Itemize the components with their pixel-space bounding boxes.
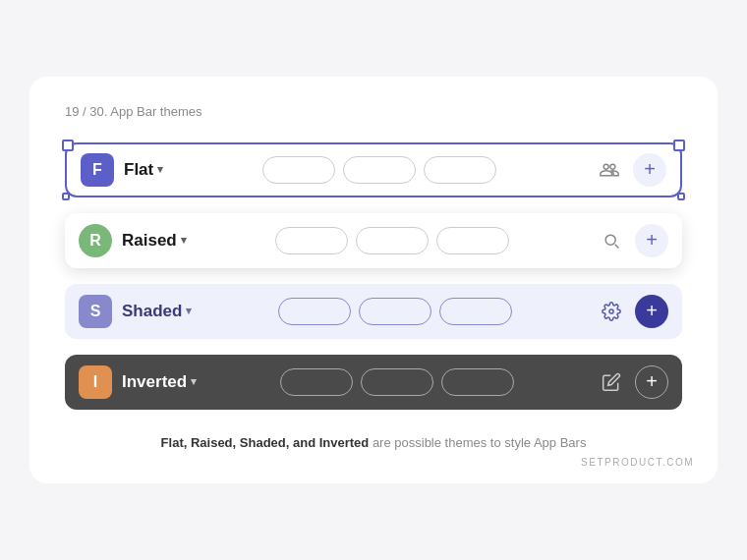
settings-icon[interactable] (598, 298, 625, 325)
raised-pill-1[interactable] (275, 227, 348, 254)
shaded-pill-2[interactable] (359, 298, 431, 325)
edit-icon[interactable] (598, 368, 625, 396)
raised-pills (197, 227, 588, 254)
shaded-badge: S (79, 295, 112, 328)
inverted-title: Inverted ▾ (122, 372, 197, 392)
inverted-chevron: ▾ (191, 375, 197, 388)
inverted-plus-button[interactable]: + (635, 365, 668, 399)
footer-text: Flat, Raised, Shaded, and Inverted are p… (65, 433, 682, 453)
flat-plus-button[interactable]: + (633, 153, 666, 187)
raised-actions: + (598, 224, 668, 257)
raised-pill-2[interactable] (356, 227, 429, 254)
search-icon[interactable] (598, 227, 625, 254)
flat-title: Flat ▾ (124, 160, 163, 180)
flat-pills (173, 156, 586, 184)
raised-pill-3[interactable] (436, 227, 509, 254)
footer-bold: Flat, Raised, Shaded, and Inverted (161, 435, 370, 450)
inverted-actions: + (598, 365, 668, 399)
inverted-pills (206, 368, 588, 396)
flat-bar: F Flat ▾ + (65, 142, 682, 197)
flat-pill-1[interactable] (262, 156, 335, 184)
svg-point-2 (609, 309, 613, 313)
flat-chevron: ▾ (157, 163, 163, 176)
corner-br (677, 193, 685, 200)
shaded-bar: S Shaded ▾ + (65, 284, 682, 339)
raised-badge: R (79, 224, 112, 257)
main-card: 19 / 30. App Bar themes F Flat ▾ (29, 77, 718, 484)
raised-bar: R Raised ▾ + (65, 213, 682, 268)
flat-pill-3[interactable] (424, 156, 496, 184)
shaded-plus-button[interactable]: + (635, 295, 668, 328)
shaded-title: Shaded ▾ (122, 302, 192, 321)
person-add-icon[interactable] (596, 156, 623, 184)
shaded-actions: + (598, 295, 668, 328)
flat-actions: + (596, 153, 666, 187)
shaded-pill-3[interactable] (439, 298, 512, 325)
inverted-bar: I Inverted ▾ + (65, 355, 682, 410)
corner-bl (62, 193, 70, 200)
shaded-pills (201, 298, 588, 325)
inverted-pill-3[interactable] (441, 368, 514, 396)
inverted-badge: I (79, 365, 112, 399)
svg-line-1 (615, 245, 619, 249)
svg-point-0 (605, 235, 615, 245)
raised-chevron: ▾ (181, 234, 187, 247)
raised-plus-button[interactable]: + (635, 224, 668, 257)
raised-title: Raised ▾ (122, 231, 187, 251)
flat-pill-2[interactable] (343, 156, 416, 184)
inverted-pill-1[interactable] (280, 368, 353, 396)
shaded-chevron: ▾ (186, 305, 192, 317)
shaded-pill-1[interactable] (278, 298, 351, 325)
flat-badge: F (81, 153, 114, 187)
inverted-pill-2[interactable] (361, 368, 433, 396)
bars-container: F Flat ▾ + R Rais (65, 142, 682, 410)
footer-normal: are possible themes to style App Bars (369, 435, 586, 450)
page-label: 19 / 30. App Bar themes (65, 104, 682, 119)
brand-label: SETPRODUCT.COM (581, 457, 694, 468)
